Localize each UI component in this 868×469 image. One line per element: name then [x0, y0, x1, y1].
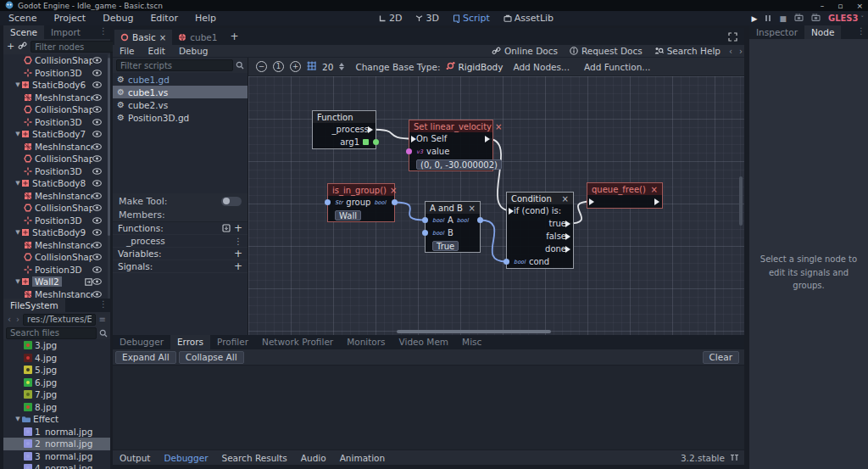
bottom-panel-output[interactable]: Output: [113, 453, 157, 463]
new-scene-tab-button[interactable]: +: [223, 31, 245, 42]
visibility-icon[interactable]: [92, 131, 102, 137]
tree-node-meshinstance[interactable]: MeshInstance: [3, 288, 110, 299]
menu-scene[interactable]: Scene: [0, 13, 46, 24]
distraction-free-icon[interactable]: [728, 32, 737, 42]
graph-node-is_in_group[interactable]: is_in_group()×StrgroupboolWall: [327, 183, 395, 222]
zoom-out-button[interactable]: −: [256, 61, 267, 72]
collapse-arrow-icon[interactable]: ▼: [14, 416, 21, 422]
zoom-reset-button[interactable]: 1: [273, 61, 284, 72]
seq-out-port[interactable]: [565, 221, 570, 227]
scene-tree-scrollbar[interactable]: [108, 54, 110, 299]
visibility-icon[interactable]: [92, 57, 102, 64]
debugger-tab-video-mem[interactable]: Video Mem: [392, 335, 456, 349]
layout-grid-icon[interactable]: [730, 454, 739, 461]
visual-script-canvas[interactable]: Function_processarg1Set linear_velocity×…: [248, 76, 744, 335]
tree-node-collisionshape[interactable]: CollisionShape: [3, 251, 110, 264]
data-in-port[interactable]: [406, 148, 412, 154]
workspace-script[interactable]: Script: [447, 13, 496, 24]
snap-grid-icon[interactable]: [307, 61, 316, 72]
back-icon[interactable]: ‹: [6, 315, 13, 324]
collapse-arrow-icon[interactable]: ▼: [14, 278, 21, 285]
tree-node-collisionshape[interactable]: CollisionShape: [3, 153, 110, 165]
close-button[interactable]: ×: [856, 2, 863, 10]
script-item-cube1.gd[interactable]: ⚙cube1.gd: [113, 73, 248, 86]
close-tab-icon[interactable]: ×: [159, 33, 166, 42]
panel-menu-dots-icon[interactable]: ⋮: [854, 25, 868, 39]
graph-node-set_linear_velocity[interactable]: Set linear_velocity×On Selfv3value(0, 0,…: [409, 120, 493, 171]
file-item-8.jpg[interactable]: 8.jpg: [3, 401, 110, 414]
editor-menu-file[interactable]: File: [113, 46, 142, 56]
history-back-icon[interactable]: ‹: [729, 47, 732, 56]
members-section-variables[interactable]: Variables:+: [113, 248, 248, 260]
make-tool-toggle[interactable]: [221, 197, 242, 206]
tree-node-position3d[interactable]: Position3D: [3, 264, 110, 276]
tree-node-staticbody6[interactable]: ▼StaticBody6: [3, 79, 110, 92]
pause-button[interactable]: [765, 14, 771, 23]
instance-scene-icon[interactable]: [18, 42, 27, 53]
tab-import[interactable]: Import: [44, 25, 87, 39]
debugger-tab-network-profiler[interactable]: Network Profiler: [255, 335, 340, 349]
debugger-tab-debugger[interactable]: Debugger: [113, 335, 170, 349]
visibility-icon[interactable]: [92, 193, 102, 199]
button-collapse-all[interactable]: Collapse All: [179, 351, 244, 364]
members-section-signals[interactable]: Signals:+: [113, 260, 248, 273]
tree-node-position3d[interactable]: Position3D: [3, 67, 110, 80]
tab-scene[interactable]: Scene: [3, 25, 44, 39]
zoom-in-button[interactable]: +: [290, 61, 301, 72]
override-icon[interactable]: [222, 224, 231, 232]
base-type-button[interactable]: RigidBody: [446, 61, 503, 72]
member-_process[interactable]: _process⋮: [113, 235, 248, 248]
file-item-4_normal.jpg[interactable]: 4_normal.jpg: [3, 462, 110, 469]
tab-filesystem[interactable]: FileSystem: [3, 299, 65, 312]
visibility-icon[interactable]: [92, 291, 102, 298]
debugger-tab-monitors[interactable]: Monitors: [340, 335, 392, 349]
editor-menu-edit[interactable]: Edit: [142, 46, 172, 56]
video-driver-select[interactable]: GLES3˅: [828, 14, 864, 23]
scene-tab-cube1[interactable]: cube1: [172, 30, 223, 45]
add-member-button[interactable]: +: [234, 248, 242, 260]
menu-help[interactable]: Help: [186, 13, 225, 24]
bottom-panel-search-results[interactable]: Search Results: [214, 453, 293, 463]
add-member-button[interactable]: +: [234, 260, 242, 272]
add-nodes-button[interactable]: Add Nodes...: [509, 62, 574, 72]
graph-node-a_and_b[interactable]: A and B×boolAboolboolBTrue: [425, 201, 481, 253]
visibility-icon[interactable]: [92, 254, 102, 260]
maximize-button[interactable]: ▫: [837, 2, 843, 10]
graph-node-function[interactable]: Function_processarg1: [312, 110, 376, 149]
close-node-icon[interactable]: ×: [390, 186, 397, 195]
collapse-arrow-icon[interactable]: ▼: [14, 81, 21, 88]
file-item-6.jpg[interactable]: 6.jpg: [3, 377, 110, 389]
tab-node[interactable]: Node: [804, 25, 841, 39]
tree-node-collisionshape[interactable]: CollisionShape: [3, 103, 110, 116]
data-out-port[interactable]: [477, 217, 483, 223]
script-item-cube2.vs[interactable]: ⚙cube2.vs: [113, 98, 248, 111]
visibility-icon[interactable]: [92, 94, 102, 101]
button-expand-all[interactable]: Expand All: [115, 351, 176, 364]
tree-node-collisionshape[interactable]: CollisionShape: [3, 54, 110, 67]
tree-node-wall2[interactable]: ▼Wall2: [3, 276, 110, 288]
clear-button[interactable]: Clear: [703, 351, 739, 364]
file-item-4.jpg[interactable]: 4.jpg: [3, 352, 110, 365]
visibility-icon[interactable]: [92, 143, 102, 150]
search-files-input[interactable]: [6, 327, 97, 339]
help-online-docs[interactable]: Online Docs: [492, 46, 558, 56]
member-edit-icon[interactable]: ⋮: [234, 236, 243, 246]
graph-node-value-field[interactable]: True: [432, 241, 459, 251]
close-node-icon[interactable]: ×: [651, 185, 658, 194]
tree-node-staticbody8[interactable]: ▼StaticBody8: [3, 177, 110, 190]
close-node-icon[interactable]: ×: [495, 122, 502, 131]
stop-button[interactable]: ■: [779, 14, 787, 23]
play-scene-button[interactable]: [794, 13, 804, 24]
data-in-port[interactable]: [325, 199, 331, 205]
menu-debug[interactable]: Debug: [94, 13, 142, 24]
help-search-help[interactable]: Search Help: [654, 46, 721, 56]
file-item-3.jpg[interactable]: 3.jpg: [3, 339, 110, 352]
menu-editor[interactable]: Editor: [142, 13, 186, 24]
close-node-icon[interactable]: ×: [562, 194, 569, 204]
file-item-7.jpg[interactable]: 7.jpg: [3, 388, 110, 401]
seq-in-port[interactable]: [411, 136, 416, 142]
graph-node-value-field[interactable]: Wall: [335, 210, 361, 221]
workspace-2d[interactable]: 2D: [373, 13, 408, 24]
data-in-port[interactable]: [422, 217, 428, 223]
bottom-panel-audio[interactable]: Audio: [294, 453, 333, 463]
